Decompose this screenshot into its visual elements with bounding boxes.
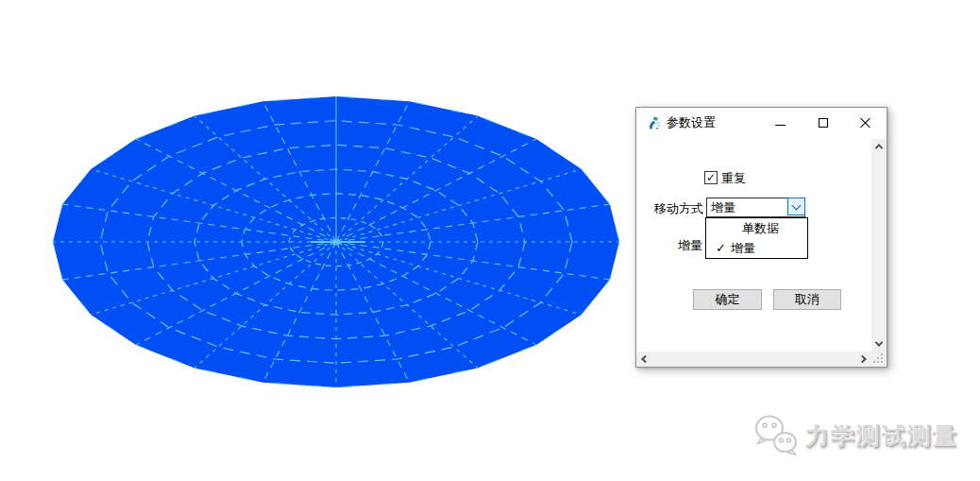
watermark: 力学测试测量 [752, 413, 958, 458]
move-mode-label: 移动方式 [654, 200, 703, 217]
ok-button[interactable]: 确定 [693, 289, 762, 310]
move-mode-combobox[interactable]: 增量 [706, 198, 805, 217]
resize-grip[interactable] [871, 352, 887, 367]
combobox-dropdown-button[interactable] [787, 198, 805, 215]
item-label: 单数据 [742, 220, 779, 237]
vertical-scrollbar[interactable] [871, 139, 887, 352]
minimize-icon [775, 125, 786, 126]
dialog-title: 参数设置 [667, 114, 716, 131]
chevron-up-icon [875, 144, 883, 151]
chevron-left-icon [641, 355, 649, 363]
scroll-left-button[interactable] [636, 352, 651, 367]
disk-mesh-canvas[interactable] [0, 0, 680, 435]
combobox-value: 增量 [707, 198, 787, 216]
increment-label: 增量 [678, 237, 702, 254]
scroll-right-button[interactable] [856, 352, 871, 367]
wechat-icon [752, 413, 800, 458]
item-checkmark: ✓ [716, 241, 731, 255]
maximize-icon [819, 118, 828, 128]
chevron-right-icon [858, 355, 866, 363]
scroll-up-button[interactable] [871, 139, 887, 154]
dropdown-item-increment[interactable]: ✓ 增量 [706, 238, 807, 258]
app-logo-icon [646, 115, 661, 130]
scroll-down-button[interactable] [871, 336, 887, 352]
cancel-button[interactable]: 取消 [773, 289, 841, 310]
item-label: 增量 [731, 240, 755, 257]
checkmark-icon: ✓ [706, 172, 716, 183]
minimize-button[interactable] [759, 108, 802, 138]
chevron-down-icon [792, 200, 802, 210]
horizontal-scrollbar[interactable] [636, 352, 871, 367]
maximize-button[interactable] [802, 108, 844, 138]
repeat-checkbox[interactable]: ✓ [704, 171, 718, 184]
app-background: 参数设置 ✓ 重复 移动方式 增量 [0, 0, 980, 481]
dropdown-item-single-data[interactable]: 单数据 [706, 218, 807, 238]
close-button[interactable] [844, 108, 887, 138]
parameter-settings-dialog: 参数设置 ✓ 重复 移动方式 增量 [635, 107, 887, 368]
chevron-down-icon [875, 338, 883, 346]
dialog-client-area: ✓ 重复 移动方式 增量 单数据 ✓ 增量 增量 [636, 138, 887, 367]
dialog-titlebar[interactable]: 参数设置 [636, 108, 887, 138]
move-mode-dropdown-list: 单数据 ✓ 增量 [705, 217, 808, 259]
watermark-text: 力学测试测量 [805, 421, 958, 452]
close-icon [860, 117, 871, 129]
repeat-label: 重复 [721, 170, 746, 187]
